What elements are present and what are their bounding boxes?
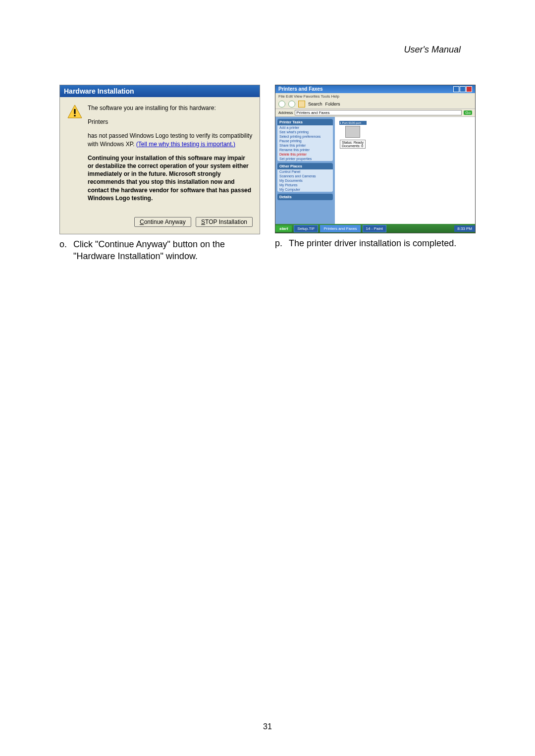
taskbar-item[interactable]: Printers and Faxes: [320, 225, 360, 232]
page-number: 31: [0, 722, 535, 731]
sidebar-item[interactable]: Set printer properties: [277, 157, 333, 161]
continue-anyway-button[interactable]: Continue Anyway: [134, 217, 191, 227]
taskbar-item[interactable]: 14 - Paint: [363, 225, 386, 232]
close-icon[interactable]: [466, 86, 472, 92]
other-places-heading: Other Places: [277, 163, 333, 169]
sidebar-item[interactable]: Delete this printer: [277, 152, 333, 157]
sidebar-item[interactable]: My Computer: [277, 187, 333, 192]
hardware-installation-dialog: Hardware Installation The software you a…: [59, 85, 260, 234]
minimize-icon[interactable]: [453, 86, 459, 92]
dialog-line1: The software you are installing for this…: [88, 105, 216, 111]
taskbar: start Setup.TIF Printers and Faxes 14 - …: [275, 224, 475, 233]
address-label: Address: [278, 110, 293, 115]
printers-faxes-window: Printers and Faxes File Edit View Favori…: [275, 85, 476, 233]
go-button[interactable]: Go: [464, 110, 472, 115]
printer-icon: [345, 126, 360, 138]
page-header: User's Manual: [59, 45, 476, 55]
details-heading: Details: [277, 194, 333, 200]
caption-text-right: The printer driver installation is compl…: [289, 237, 476, 249]
start-button[interactable]: start: [275, 225, 292, 232]
sidebar-item[interactable]: See what's printing: [277, 130, 333, 134]
dialog-warning-text: Continuing your installation of this sof…: [88, 154, 253, 202]
maximize-icon[interactable]: [460, 86, 466, 92]
dialog-title: Hardware Installation: [60, 85, 260, 97]
sidebar-item[interactable]: Select printing preferences: [277, 134, 333, 139]
caption-letter-right: p.: [275, 237, 289, 249]
svg-rect-2: [74, 115, 76, 116]
forward-icon[interactable]: [288, 101, 295, 108]
address-bar[interactable]: Printers and Faxes: [295, 110, 462, 115]
system-tray: 8:33 PM: [454, 225, 475, 232]
menu-bar[interactable]: File Edit View Favorites Tools Help: [275, 93, 475, 100]
printer-selected-label: 1 Port-9100.port: [339, 121, 367, 125]
printer-status: Status: Ready: [342, 141, 364, 144]
sidebar-item[interactable]: My Documents: [277, 178, 333, 183]
sidebar: Printer Tasks Add a printer See what's p…: [275, 117, 335, 226]
stop-installation-button[interactable]: STOP Installation: [196, 217, 253, 227]
sidebar-item[interactable]: Share this printer: [277, 143, 333, 148]
sidebar-item[interactable]: Rename this printer: [277, 148, 333, 152]
printer-tasks-heading: Printer Tasks: [277, 119, 333, 125]
up-icon[interactable]: [298, 101, 305, 108]
sidebar-item[interactable]: Scanners and Cameras: [277, 174, 333, 178]
dialog-line2: Printers: [88, 118, 108, 125]
taskbar-item[interactable]: Setup.TIF: [294, 225, 318, 232]
printer-documents: Documents: 0: [342, 144, 364, 148]
folders-button[interactable]: Folders: [325, 102, 340, 107]
toolbar: Search Folders: [275, 100, 475, 109]
sidebar-item[interactable]: Pause printing: [277, 139, 333, 143]
search-button[interactable]: Search: [308, 102, 322, 107]
caption-letter-left: o.: [59, 238, 73, 263]
back-icon[interactable]: [278, 101, 285, 108]
sidebar-item[interactable]: Control Panel: [277, 169, 333, 174]
printer-item[interactable]: 1 Port-9100.port Status: Ready Documents…: [338, 121, 368, 149]
logo-testing-link[interactable]: (Tell me why this testing is important.): [136, 141, 235, 148]
sidebar-item[interactable]: Add a printer: [277, 125, 333, 130]
warning-icon: [67, 104, 83, 120]
caption-text-left: Click "Continue Anyway" button on the "H…: [73, 238, 260, 263]
printers-area: 1 Port-9100.port Status: Ready Documents…: [335, 117, 475, 226]
sidebar-item[interactable]: My Pictures: [277, 183, 333, 187]
svg-rect-1: [74, 109, 76, 114]
window-title: Printers and Faxes: [278, 86, 322, 92]
